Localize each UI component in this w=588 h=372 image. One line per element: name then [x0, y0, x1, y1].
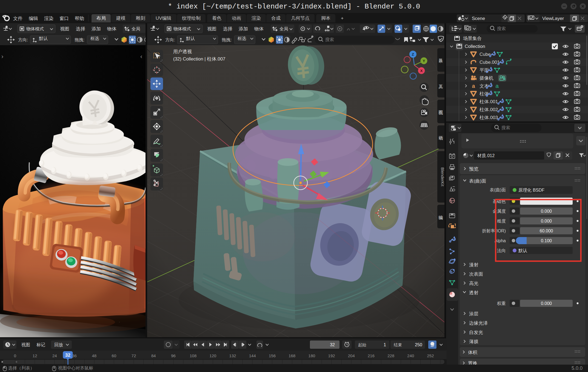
- svg-text:全局: 全局: [132, 27, 140, 31]
- svg-text:12: 12: [33, 353, 37, 358]
- svg-text:ViewLayer: ViewLayer: [542, 16, 564, 21]
- svg-text:1: 1: [384, 342, 386, 347]
- svg-text:法向: 法向: [497, 248, 506, 253]
- svg-text:168: 168: [289, 353, 295, 358]
- svg-text:132: 132: [229, 353, 236, 358]
- svg-text:材质.012: 材质.012: [477, 153, 495, 158]
- svg-text:添加: 添加: [92, 26, 101, 31]
- svg-text:物体: 物体: [254, 26, 264, 31]
- svg-text:‹: ‹: [140, 53, 142, 60]
- svg-text:X: X: [420, 69, 423, 73]
- svg-text:体积: 体积: [468, 350, 477, 355]
- svg-text:高光: 高光: [469, 281, 478, 286]
- svg-text:240: 240: [407, 353, 414, 358]
- svg-text:250: 250: [415, 342, 422, 347]
- svg-text:折射率(IOR): 折射率(IOR): [482, 229, 506, 233]
- svg-text:0.100: 0.100: [541, 238, 552, 243]
- svg-text:拖拽:: 拖拽:: [222, 38, 232, 42]
- svg-text:框选: 框选: [238, 36, 246, 41]
- svg-text:起始: 起始: [358, 342, 366, 347]
- svg-text:透射: 透射: [469, 290, 478, 295]
- svg-text:选择: 选择: [76, 26, 85, 31]
- svg-text:漫射: 漫射: [469, 262, 478, 267]
- svg-text:方向:: 方向:: [165, 38, 175, 42]
- svg-text:a: a: [472, 83, 475, 89]
- svg-text:物体模式: 物体模式: [173, 27, 191, 31]
- svg-text:边缘光泽: 边缘光泽: [469, 321, 488, 326]
- svg-text:204: 204: [348, 353, 355, 358]
- svg-text:48: 48: [92, 353, 96, 358]
- svg-text:36: 36: [72, 353, 77, 358]
- svg-text:选择: 选择: [223, 26, 232, 31]
- svg-text:32: 32: [330, 342, 335, 347]
- svg-text:84: 84: [151, 353, 156, 358]
- svg-text:252: 252: [427, 353, 434, 358]
- svg-text:置换: 置换: [468, 361, 477, 365]
- svg-text:a: a: [495, 83, 499, 89]
- svg-text:120: 120: [209, 353, 216, 358]
- svg-text:24: 24: [52, 353, 57, 358]
- svg-text:摄像机: 摄像机: [479, 76, 493, 81]
- svg-text:柱体.003: 柱体.003: [479, 115, 498, 120]
- svg-text:次表面: 次表面: [469, 272, 483, 277]
- svg-text:视图: 视图: [21, 342, 30, 347]
- svg-text:拖拽:: 拖拽:: [75, 38, 84, 42]
- svg-text:涂层: 涂层: [469, 311, 478, 316]
- svg-text:搜索: 搜索: [501, 125, 510, 130]
- svg-text:96: 96: [171, 353, 176, 358]
- svg-text:结束: 结束: [394, 342, 402, 347]
- svg-text:144: 144: [249, 353, 256, 358]
- svg-text:108: 108: [190, 353, 196, 358]
- svg-text:搜索: 搜索: [497, 26, 506, 31]
- svg-text:0.000: 0.000: [541, 301, 552, 306]
- svg-text:视图: 视图: [60, 26, 69, 31]
- svg-text:默认: 默认: [39, 36, 48, 41]
- svg-text:0.000: 0.000: [541, 219, 552, 223]
- svg-text:192: 192: [328, 353, 335, 358]
- svg-text:糙度: 糙度: [497, 219, 506, 223]
- svg-text:60.000: 60.000: [540, 229, 553, 233]
- svg-text:框选: 框选: [90, 36, 99, 41]
- svg-text:方向:: 方向:: [18, 38, 28, 42]
- svg-text:表(曲)面: 表(曲)面: [469, 178, 486, 184]
- svg-text:Z: Z: [412, 52, 414, 56]
- svg-text:物体模式: 物体模式: [26, 27, 44, 31]
- svg-text:物体: 物体: [107, 26, 116, 31]
- svg-text:全局: 全局: [279, 27, 288, 31]
- svg-text:默认: 默认: [518, 248, 527, 253]
- svg-text:默认: 默认: [186, 36, 195, 41]
- svg-text:柱体.001: 柱体.001: [479, 99, 498, 104]
- svg-text:BlenderKit: BlenderKit: [440, 167, 444, 186]
- svg-text:32: 32: [65, 353, 70, 358]
- svg-text:标记: 标记: [36, 342, 45, 347]
- svg-text:Collection: Collection: [465, 44, 485, 49]
- svg-text:228: 228: [387, 353, 394, 358]
- svg-text:表(曲)面: 表(曲)面: [490, 188, 506, 192]
- svg-text:180: 180: [308, 353, 315, 358]
- svg-text:添加: 添加: [239, 26, 248, 31]
- svg-text:Scene: Scene: [472, 16, 485, 21]
- svg-text:0.000: 0.000: [541, 209, 552, 214]
- svg-text:216: 216: [368, 353, 375, 358]
- svg-text:视图: 视图: [207, 26, 216, 31]
- svg-text:薄膜: 薄膜: [469, 339, 478, 344]
- svg-text:Cube.001: Cube.001: [479, 60, 500, 65]
- svg-text:Cube: Cube: [479, 52, 491, 57]
- svg-text:场景集合: 场景集合: [463, 36, 482, 41]
- svg-text:0: 0: [14, 353, 16, 358]
- svg-text:预览: 预览: [469, 166, 478, 172]
- svg-text:金属度: 金属度: [493, 209, 506, 214]
- svg-text:60: 60: [112, 353, 116, 358]
- svg-text:72: 72: [132, 353, 136, 358]
- svg-text:柱体.002: 柱体.002: [479, 107, 498, 112]
- svg-text:回放: 回放: [54, 342, 63, 347]
- svg-text:Y: Y: [423, 59, 425, 63]
- svg-text:自发光: 自发光: [469, 330, 483, 335]
- svg-text:权重: 权重: [497, 301, 506, 306]
- svg-text:原理化 BSDF: 原理化 BSDF: [518, 188, 544, 192]
- svg-text:156: 156: [269, 353, 276, 358]
- svg-text:›: ›: [1, 53, 3, 60]
- svg-text:搜索: 搜索: [325, 37, 334, 42]
